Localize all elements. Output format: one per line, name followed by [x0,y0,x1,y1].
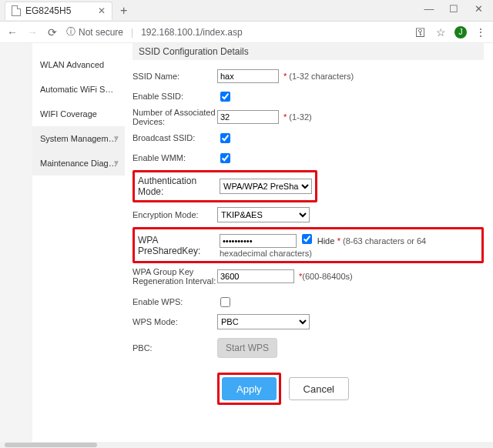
ssid-name-input[interactable] [217,69,279,83]
tab-strip: EG8245H5 ✕ + [0,0,493,22]
info-icon: ⓘ [66,25,75,38]
enable-wmm-checkbox[interactable] [220,153,230,163]
sidebar-item-label: System Management [40,134,120,143]
browser-tab[interactable]: EG8245H5 ✕ [5,2,112,20]
row-pbc: PBC: Start WPS [132,336,484,359]
horizontal-scrollbar[interactable] [0,442,493,448]
rekey-hint: *(600-86400s) [299,272,353,281]
row-enable-ssid: Enable SSID: [132,86,484,106]
enc-mode-label: Encryption Mode: [132,210,217,219]
enc-mode-select[interactable]: TKIP&AES [217,207,310,222]
url-text[interactable]: 192.168.100.1/index.asp [141,27,407,38]
forward-icon: → [26,26,39,38]
sidebar-item-label: Automatic WiFi Shu... [40,85,122,94]
enable-wmm-label: Enable WMM: [132,153,217,162]
highlight-psk: WPA PreSharedKey: Hide * (8-63 character… [132,227,484,263]
sidebar-item-wifi-coverage[interactable]: WIFI Coverage [32,102,125,126]
enable-wps-checkbox[interactable] [220,297,230,307]
wps-mode-label: WPS Mode: [132,317,217,326]
sidebar-item-label: WIFI Coverage [40,109,97,119]
profile-avatar[interactable]: J [454,26,467,38]
sidebar-item-label: WLAN Advanced [40,60,104,69]
row-wps-mode: WPS Mode: PBC [132,312,484,332]
star-icon[interactable]: ☆ [434,26,447,38]
highlight-apply: Apply [217,373,281,405]
sidebar-item-maintenance-diagno[interactable]: Maintenance Diagno... ▼ [32,151,125,176]
sidebar-item-system-management[interactable]: System Management ▼ [32,126,125,151]
section-title: SSID Configuration Details [132,43,484,60]
row-enable-wmm: Enable WMM: [132,148,484,168]
sidebar-item-auto-wifi-shutdown[interactable]: Automatic WiFi Shu... [32,77,125,102]
pbc-label: PBC: [132,343,217,353]
assoc-devices-input[interactable] [217,110,279,124]
not-secure-label: Not secure [79,27,123,38]
rekey-input[interactable] [217,269,294,283]
apply-button[interactable]: Apply [222,377,277,400]
sidebar: WLAN Advanced Automatic WiFi Shu... WIFI… [32,43,125,442]
page-favicon [12,5,21,16]
auth-mode-label: Authentication Mode: [138,176,220,197]
psk-label: WPA PreSharedKey: [138,232,220,256]
cancel-button[interactable]: Cancel [289,377,349,400]
row-rekey: WPA Group Key Regeneration Interval: *(6… [132,266,484,287]
new-tab-button[interactable]: + [120,4,127,18]
tab-close-icon[interactable]: ✕ [98,5,106,16]
row-enc-mode: Encryption Mode: TKIP&AES [132,205,484,225]
enable-ssid-checkbox[interactable] [220,92,230,102]
action-row: Apply Cancel [132,370,484,407]
ssid-name-label: SSID Name: [132,72,217,81]
row-enable-wps: Enable WPS: [132,292,484,312]
left-gutter [0,43,32,442]
reload-icon[interactable]: ⟳ [46,26,59,38]
assoc-devices-hint: * (1-32) [283,112,312,122]
row-broadcast-ssid: Broadcast SSID: [132,128,484,148]
address-bar: ← → ⟳ ⓘ Not secure | 192.168.100.1/index… [0,22,493,43]
ssid-name-hint: * (1-32 characters) [283,72,354,81]
key-icon[interactable]: ⚿ [414,26,427,38]
psk-input[interactable] [220,234,297,248]
enable-wps-label: Enable WPS: [132,297,217,306]
maximize-icon[interactable]: ☐ [448,3,459,15]
content-pane: SSID Configuration Details SSID Name: * … [125,43,493,442]
assoc-devices-label: Number of Associated Devices: [132,108,217,126]
sidebar-item-wlan-advanced[interactable]: WLAN Advanced [32,52,125,77]
start-wps-button[interactable]: Start WPS [217,338,277,358]
tab-title: EG8245H5 [25,5,71,16]
window-controls: — ☐ ✕ [424,0,493,15]
not-secure-indicator[interactable]: ⓘ Not secure [66,25,123,38]
kebab-menu-icon[interactable]: ⋮ [475,26,487,38]
psk-hide-label: Hide [317,236,335,246]
broadcast-ssid-checkbox[interactable] [220,133,230,143]
close-icon[interactable]: ✕ [473,3,484,15]
minimize-icon[interactable]: — [424,3,434,15]
row-assoc-devices: Number of Associated Devices: * (1-32) [132,106,484,128]
highlight-auth-mode: Authentication Mode: WPA/WPA2 PreSharedK… [132,170,317,202]
broadcast-ssid-label: Broadcast SSID: [132,133,217,142]
row-ssid-name: SSID Name: * (1-32 characters) [132,66,484,86]
enable-ssid-label: Enable SSID: [132,92,217,101]
back-icon[interactable]: ← [6,26,18,38]
auth-mode-select[interactable]: WPA/WPA2 PreSharedKey [220,179,312,194]
rekey-label: WPA Group Key Regeneration Interval: [132,267,217,286]
psk-hide-checkbox[interactable] [302,234,312,244]
chevron-down-icon: ▼ [112,159,120,167]
wps-mode-select[interactable]: PBC [217,314,310,329]
chevron-down-icon: ▼ [112,134,120,142]
